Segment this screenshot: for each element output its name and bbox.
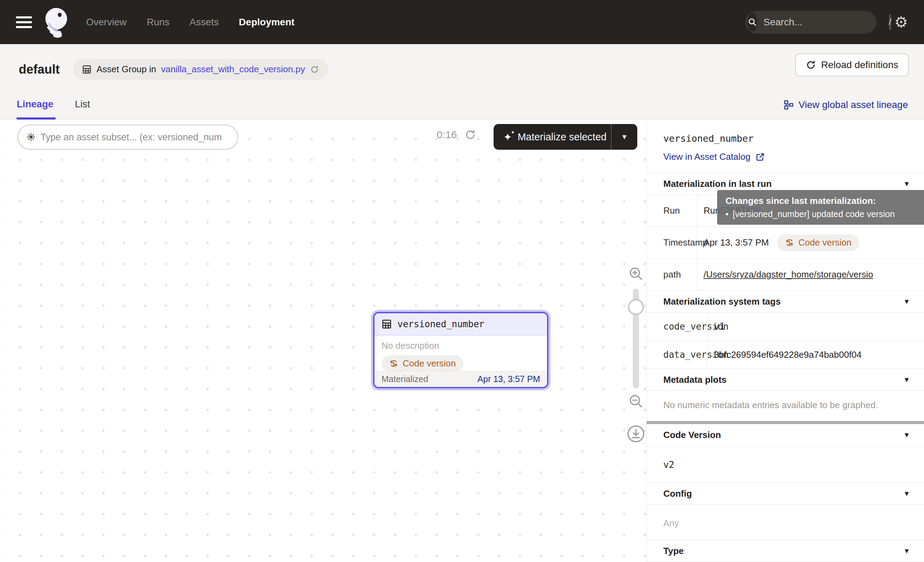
materialize-selected-button[interactable]: ✦✦ Materialize selected ▼ [494,124,637,150]
config-value: Any [646,504,924,540]
asset-subset-input[interactable] [40,132,231,143]
path-label: path [646,259,698,290]
code-version-changed-icon [785,238,794,247]
section-code-version[interactable]: Code Version ▼ [646,424,924,446]
materialize-dropdown-button[interactable]: ▼ [612,133,637,141]
code-version-tag-row: code_version v1 [646,312,924,340]
zoom-controls [627,266,645,443]
top-nav: Overview Runs Assets Deployment / ⚙ [0,0,924,44]
asset-subset-icon: ✳ [26,132,36,143]
code-version-changed-icon [389,359,399,368]
view-in-asset-catalog-link[interactable]: View in Asset Catalog [663,152,765,162]
nav-item-runs[interactable]: Runs [147,17,170,28]
zoom-slider-handle[interactable] [628,299,644,315]
zoom-out-icon[interactable] [628,393,644,409]
search-icon [748,13,758,31]
view-global-asset-lineage-link[interactable]: View global asset lineage [783,99,908,110]
caret-down-icon: ▼ [903,180,910,188]
refresh-icon[interactable] [310,65,319,74]
tooltip-item: [versioned_number] updated code version [733,209,895,219]
path-value-link[interactable]: /Users/sryza/dagster_home/storage/versio [704,269,873,280]
asset-node-versioned-number[interactable]: versioned_number No description Code ver… [373,312,548,388]
timestamp-value: Apr 13, 3:57 PM [704,237,769,248]
code-version-value: v2 [646,446,924,482]
code-version-badge: Code version [777,234,859,251]
catalog-link-label: View in Asset Catalog [663,152,750,162]
caret-down-icon: ▼ [903,298,910,306]
asset-graph-canvas[interactable]: ✳ 0:16 ✦✦ Materialize selected ▼ version… [0,120,646,562]
section-title: Materialization system tags [663,296,781,307]
section-type[interactable]: Type ▼ [646,540,924,562]
changes-since-materialization-tooltip: Changes since last materialization: •[ve… [717,190,924,225]
reload-icon [806,60,816,70]
caret-down-icon: ▼ [903,490,910,498]
nav-item-assets[interactable]: Assets [189,17,219,28]
section-title: Code Version [663,430,721,440]
section-materialization-system-tags[interactable]: Materialization system tags ▼ [646,290,924,312]
asset-group-prefix: Asset Group in [96,64,156,75]
caret-down-icon: ▼ [903,547,910,555]
table-grid-icon [82,65,92,74]
timestamp-label: Timestamp [646,227,698,258]
sparkle-icon: ✦✦ [503,131,512,143]
materialize-label: Materialize selected [518,131,606,143]
data-version-tag-row: data_version 3bfc269594ef649228e9a74bab0… [646,340,924,368]
download-graph-icon[interactable] [627,424,645,443]
section-metadata-plots[interactable]: Metadata plots ▼ [646,368,924,391]
timestamp-row: Timestamp Apr 13, 3:57 PM Code version [646,227,924,258]
section-title: Materialization in last run [663,179,772,189]
caret-down-icon: ▼ [903,431,910,439]
code-version-badge-label: Code version [798,237,852,248]
node-materialized-label: Materialized [381,374,428,384]
metadata-plots-empty-message: No numeric metadata entries available to… [646,391,924,421]
panel-asset-title: versioned_number [663,133,908,144]
path-row: path /Users/sryza/dagster_home/storage/v… [646,258,924,290]
node-title: versioned_number [398,319,484,329]
bullet-icon: • [726,209,729,219]
tag-value: 3bfc269594ef649228e9a74bab00f04 [708,341,924,368]
caret-down-icon: ▼ [903,376,910,384]
zoom-slider-track[interactable] [633,289,639,388]
node-materialized-time[interactable]: Apr 13, 3:57 PM [477,374,540,384]
settings-gear-icon[interactable]: ⚙ [894,15,908,30]
section-title: Type [663,545,684,556]
asset-subset-filter[interactable]: ✳ [17,125,238,150]
asset-group-chip[interactable]: Asset Group in vanilla_asset_with_code_v… [73,59,328,80]
dagster-logo-icon[interactable] [42,6,70,38]
section-title: Metadata plots [663,374,726,385]
node-description: No description [381,340,540,351]
nav-item-overview[interactable]: Overview [86,17,127,28]
tab-list[interactable]: List [75,99,90,119]
page-header: default Asset Group in vanilla_asset_wit… [0,44,924,120]
menu-icon[interactable] [16,17,32,28]
table-grid-icon [381,319,392,329]
lineage-graph-icon [783,100,794,110]
search-input[interactable] [764,17,889,28]
reload-definitions-label: Reload definitions [821,59,898,71]
code-version-badge-label: Code version [403,358,456,369]
refresh-timer: 0:16 [436,129,457,141]
page-title: default [19,62,60,77]
asset-details-panel: versioned_number View in Asset Catalog M… [646,120,924,562]
external-link-icon [755,152,765,162]
nav-item-deployment[interactable]: Deployment [239,17,294,28]
zoom-in-icon[interactable] [628,266,644,282]
tag-value: v1 [708,313,924,340]
tag-label: data_version [646,341,708,368]
refresh-graph-icon[interactable] [464,129,476,141]
section-title: Config [663,488,692,499]
run-label: Run [646,195,698,227]
section-config[interactable]: Config ▼ [646,482,924,504]
tooltip-title: Changes since last materialization: [726,195,916,206]
code-version-badge: Code version [381,355,464,371]
global-search[interactable]: / [745,11,876,34]
nav-items: Overview Runs Assets Deployment [86,17,294,28]
reload-definitions-button[interactable]: Reload definitions [795,54,909,77]
asset-group-file-link[interactable]: vanilla_asset_with_code_version.py [161,64,305,75]
tag-label: code_version [646,313,708,340]
panel-splitter-handle[interactable] [646,421,924,424]
global-lineage-label: View global asset lineage [799,99,908,110]
tab-lineage[interactable]: Lineage [16,99,54,119]
search-shortcut-key: / [889,14,891,30]
